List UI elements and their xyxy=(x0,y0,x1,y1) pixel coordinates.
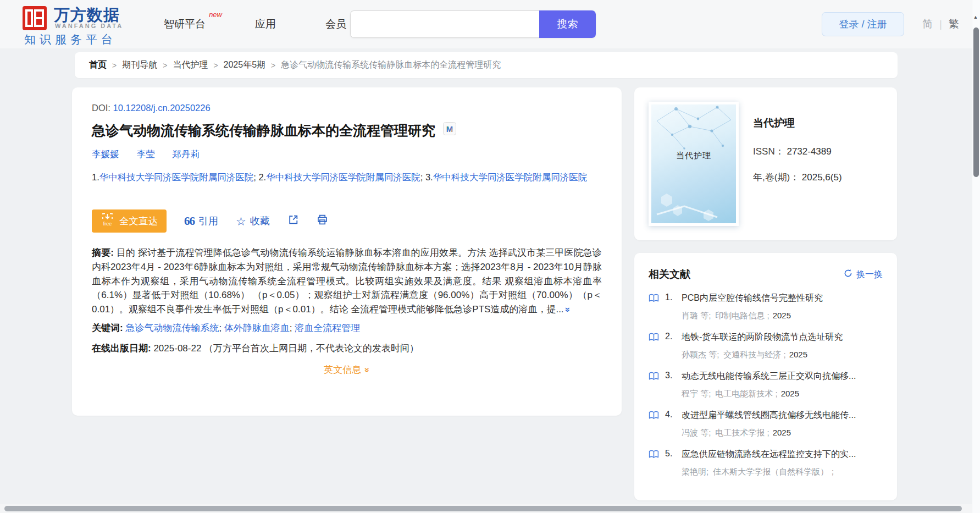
journal-cover-title: 当代护理 xyxy=(651,151,736,161)
related-item: 3. 动态无线电能传输系统三层正交双向抗偏移... 程宇 等;电工电能新技术 ;… xyxy=(649,371,883,399)
related-item-title[interactable]: 应急供应链物流路线在远程监控支持下的实... xyxy=(682,449,883,460)
author-list: 李媛媛李莹郑丹莉 xyxy=(92,148,602,161)
keyword-link[interactable]: 溶血全流程管理 xyxy=(295,323,360,333)
abstract: 摘要: 目的 探讨基于流程管理降低急诊气动物流传输系统运输静脉血标本溶血的应用效… xyxy=(92,246,602,317)
english-info-toggle[interactable]: 英文信息 » xyxy=(92,363,602,376)
related-item: 2. 地铁-货车联运的两阶段物流节点选址研究 孙颖杰 等;交通科技与经济 ;20… xyxy=(649,332,883,360)
breadcrumb: 首页 > 期刊导航 > 当代护理 > 2025年5期 > 急诊气动物流传输系统传… xyxy=(75,52,898,78)
related-item-title[interactable]: PCB内层空腔传输线信号完整性研究 xyxy=(682,293,883,304)
page-title: 急诊气动物流传输系统传输静脉血标本的全流程管理研究 xyxy=(92,121,435,140)
star-icon: ☆ xyxy=(236,216,246,227)
print-button[interactable] xyxy=(317,214,328,228)
journal-cover[interactable]: 当代护理 xyxy=(649,102,739,226)
related-title: 相关文献 xyxy=(649,267,690,282)
journal-card: 当代护理 当代护理 ISSN： 2732-4389 年,卷(期)： 2025,6… xyxy=(634,87,897,240)
affiliation-link[interactable]: 华中科技大学同济医学院附属同济医院 xyxy=(433,172,588,182)
book-icon xyxy=(649,293,665,321)
horizontal-scrollbar[interactable] xyxy=(4,506,962,511)
keywords-row: 关键词: 急诊气动物流传输系统; 体外静脉血溶血; 溶血全流程管理 xyxy=(92,321,602,335)
pubdate-value: 2025-08-22 xyxy=(153,343,201,354)
nav-item[interactable]: 会员 xyxy=(325,17,346,31)
affiliation-number: 2. xyxy=(258,172,266,182)
favorite-button[interactable]: ☆ 收藏 xyxy=(236,214,270,228)
fulltext-button[interactable]: free 全文直达 xyxy=(92,209,167,233)
related-item-authors: 梁艳明; xyxy=(682,467,708,476)
volume-value: 2025,6(5) xyxy=(802,172,842,183)
site-logo[interactable]: 万方数据 WANFANG DATA 知识服务平台 xyxy=(22,4,159,47)
related-item-source: 交通科技与经济 ; xyxy=(723,350,785,359)
related-item-meta: 梁艳明;佳木斯大学学报（自然科学版）； xyxy=(682,467,883,477)
keyword: 体外静脉血溶血; xyxy=(224,323,295,333)
related-item-meta: 肖璐 等;印制电路信息 ;2025 xyxy=(682,311,883,321)
related-item-title[interactable]: 改进型扁平螺线管线圈高抗偏移无线电能传... xyxy=(682,410,883,421)
breadcrumb-link[interactable]: 首页 xyxy=(89,59,107,71)
volume-label: 年,卷(期)： xyxy=(753,172,799,183)
pubdate-note: （万方平台首次上网日期，不代表论文的发表时间） xyxy=(204,343,419,354)
related-item-authors: 程宇 等; xyxy=(682,389,711,398)
language-toggle: 简 | 繁 xyxy=(922,0,959,48)
lang-traditional[interactable]: 繁 xyxy=(949,17,959,31)
author-link[interactable]: 李莹 xyxy=(137,148,155,161)
related-item-number: 4. xyxy=(665,410,682,438)
affiliation-link[interactable]: 华中科技大学同济医学院附属同济医院 xyxy=(266,172,420,182)
nav-item[interactable]: 智研平台new xyxy=(164,17,206,31)
related-item-meta: 孙颖杰 等;交通科技与经济 ;2025 xyxy=(682,350,883,360)
share-button[interactable] xyxy=(287,214,299,228)
keyword: 急诊气动物流传输系统; xyxy=(125,323,224,333)
svg-text:free: free xyxy=(103,221,112,227)
keyword: 溶血全流程管理 xyxy=(295,323,360,333)
abstract-label: 摘要: xyxy=(92,247,114,258)
breadcrumb-link[interactable]: 2025年5期 xyxy=(224,59,266,71)
breadcrumb-separator: > xyxy=(213,61,218,70)
keyword-link[interactable]: 体外静脉血溶血 xyxy=(224,323,290,333)
keyword-separator: ; xyxy=(290,323,295,333)
related-item-year: 2025 xyxy=(773,311,791,320)
author-link[interactable]: 郑丹莉 xyxy=(173,148,200,161)
refresh-button[interactable]: 换一换 xyxy=(844,269,883,280)
related-item-title[interactable]: 地铁-货车联运的两阶段物流节点选址研究 xyxy=(682,332,883,343)
journal-volume-row: 年,卷(期)： 2025,6(5) xyxy=(753,171,842,184)
author-link[interactable]: 李媛媛 xyxy=(92,148,119,161)
scroll-up-arrow[interactable]: ▲ xyxy=(972,14,979,20)
related-item-title[interactable]: 动态无线电能传输系统三层正交双向抗偏移... xyxy=(682,371,883,382)
related-item: 1. PCB内层空腔传输线信号完整性研究 肖璐 等;印制电路信息 ;2025 xyxy=(649,293,883,321)
book-icon xyxy=(649,371,665,399)
affiliation-list: 1.华中科技大学同济医学院附属同济医院; 2.华中科技大学同济医学院附属同济医院… xyxy=(92,168,602,186)
affiliation-link[interactable]: 华中科技大学同济医学院附属同济医院 xyxy=(99,172,254,182)
lang-simplified[interactable]: 简 xyxy=(922,17,933,31)
vertical-scrollbar[interactable] xyxy=(973,27,979,177)
cover-art xyxy=(651,104,736,223)
related-item-year: 2025 xyxy=(789,350,807,359)
main-nav: 智研平台new 应用 会员 xyxy=(164,0,346,48)
svg-text:M: M xyxy=(446,124,453,134)
search-bar: 搜索 xyxy=(350,10,596,38)
keyword-link[interactable]: 急诊气动物流传输系统 xyxy=(125,323,219,333)
print-icon xyxy=(317,214,328,228)
metrics-badge-icon[interactable]: M xyxy=(443,121,456,140)
nav-item[interactable]: 应用 xyxy=(255,17,276,31)
related-item-authors: 冯波 等; xyxy=(682,428,711,437)
refresh-icon xyxy=(844,269,852,280)
pubdate-label: 在线出版日期: xyxy=(92,343,151,354)
search-input[interactable] xyxy=(350,10,539,38)
quote-icon: 66 xyxy=(184,214,195,228)
related-item-source: 电工电能新技术 ; xyxy=(715,389,777,398)
login-register-button[interactable]: 登录 / 注册 xyxy=(822,12,904,36)
affiliation: 2.华中科技大学同济医学院附属同济医院; xyxy=(258,172,425,182)
book-icon xyxy=(649,410,665,438)
breadcrumb-separator: > xyxy=(112,61,117,70)
breadcrumb-link[interactable]: 当代护理 xyxy=(173,59,208,71)
doi-link[interactable]: 10.12208/j.cn.20250226 xyxy=(113,103,211,113)
search-button[interactable]: 搜索 xyxy=(539,10,596,38)
cite-button[interactable]: 66 引用 xyxy=(184,214,218,228)
journal-issn-row: ISSN： 2732-4389 xyxy=(753,145,842,158)
keyword-separator: ; xyxy=(219,323,224,333)
breadcrumb-link[interactable]: 期刊导航 xyxy=(122,59,157,71)
expand-abstract-icon[interactable]: » xyxy=(561,307,574,312)
related-item-number: 2. xyxy=(665,332,682,360)
logo-tagline: 知识服务平台 xyxy=(24,32,117,47)
related-item-source: 印制电路信息 ; xyxy=(715,311,769,320)
breadcrumb-current: 急诊气动物流传输系统传输静脉血标本的全流程管理研究 xyxy=(281,59,501,71)
favorite-label: 收藏 xyxy=(250,214,270,228)
issn-value: 2732-4389 xyxy=(787,146,831,157)
